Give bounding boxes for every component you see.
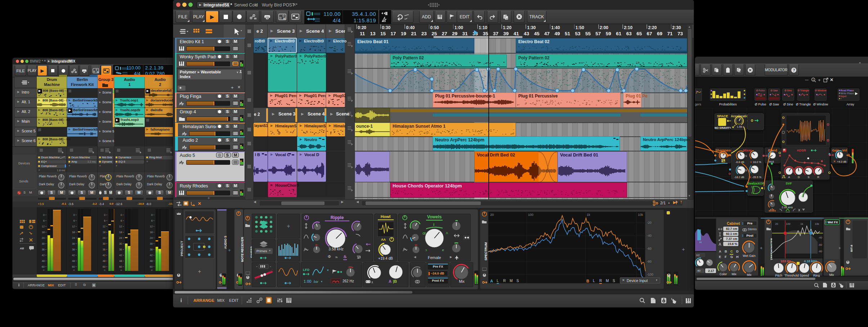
svg-text:-60: -60	[818, 243, 822, 246]
svg-text:AB: AB	[20, 247, 24, 250]
svg-text:H: H	[699, 241, 702, 244]
svg-text:-40: -40	[818, 236, 822, 239]
svg-text:-80: -80	[818, 250, 822, 253]
svg-text:W: W	[97, 71, 99, 73]
svg-text:W: W	[75, 71, 77, 73]
